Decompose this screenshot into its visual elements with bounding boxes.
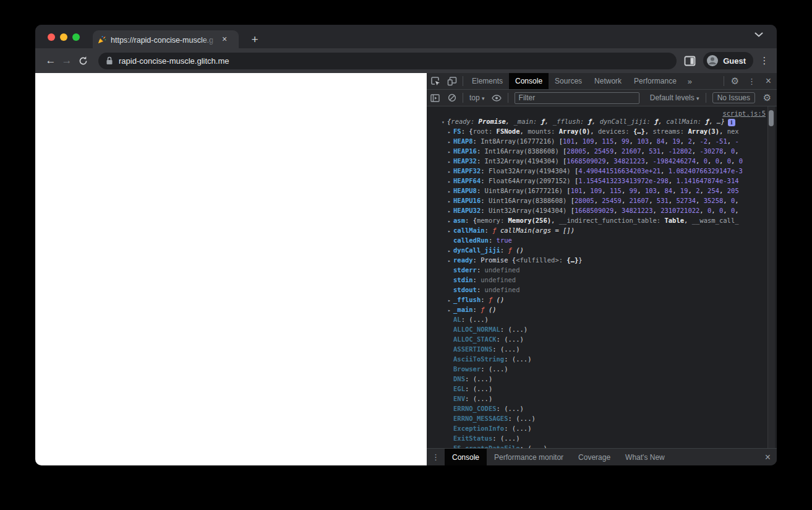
tab-console[interactable]: Console bbox=[509, 73, 549, 89]
chevron-down-icon[interactable] bbox=[754, 32, 763, 37]
console-row[interactable]: ▸callMain: ƒ callMain(args = []) bbox=[427, 225, 777, 235]
console-row[interactable]: ALLOC_STACK: (...) bbox=[427, 334, 777, 344]
devtools-close-icon[interactable]: × bbox=[760, 73, 777, 89]
disclosure-triangle-icon[interactable]: ▸ bbox=[448, 177, 453, 186]
token: : bbox=[461, 316, 469, 323]
console-row[interactable]: ▸dynCall_jiji: ƒ () bbox=[427, 245, 777, 255]
tab-performance[interactable]: Performance bbox=[628, 73, 683, 89]
console-row[interactable]: ▸_fflush: ƒ () bbox=[427, 295, 777, 305]
console-row[interactable]: ERRNO_MESSAGES: (...) bbox=[427, 413, 777, 423]
console-row[interactable]: ▸HEAPU8: Uint8Array(16777216) [101, 109,… bbox=[427, 186, 777, 196]
scrollbar-thumb[interactable] bbox=[769, 110, 774, 126]
token: Uint32Array(4194304) bbox=[489, 207, 571, 214]
console-row[interactable]: ▸HEAP32: Int32Array(4194304) [1668509029… bbox=[427, 156, 777, 166]
console-row[interactable]: ▸HEAPU16: Uint16Array(8388608) [28005, 2… bbox=[427, 196, 777, 205]
devtools-menu-icon[interactable]: ⋮ bbox=[743, 73, 760, 89]
drawer-tab-performance-monitor[interactable]: Performance monitor bbox=[487, 449, 571, 465]
console-sidebar-icon[interactable] bbox=[427, 90, 443, 106]
console-messages[interactable]: script.js:5 ▾{ready: Promise, _main: ƒ, … bbox=[427, 106, 777, 448]
disclosure-triangle-icon[interactable]: ▸ bbox=[448, 217, 453, 225]
reload-button[interactable] bbox=[75, 56, 91, 66]
disclosure-triangle-icon[interactable]: ▾ bbox=[442, 118, 447, 126]
drawer-tab-coverage[interactable]: Coverage bbox=[571, 449, 618, 465]
profile-button[interactable]: Guest bbox=[703, 52, 753, 69]
console-row[interactable]: ▸HEAP16: Int16Array(8388608) [28005, 254… bbox=[427, 146, 777, 156]
arrow-spacer bbox=[448, 385, 453, 394]
issues-counter-button[interactable]: No Issues bbox=[712, 92, 755, 103]
log-levels-selector[interactable]: Default levels ▾ bbox=[646, 93, 703, 102]
zoom-window-button[interactable] bbox=[72, 33, 80, 41]
context-selector[interactable]: top ▾ bbox=[466, 93, 489, 102]
disclosure-triangle-icon[interactable]: ▸ bbox=[448, 127, 453, 136]
console-row[interactable]: ASSERTIONS: (...) bbox=[427, 344, 777, 354]
drawer-close-icon[interactable]: × bbox=[765, 452, 771, 463]
console-row[interactable]: ALLOC_NORMAL: (...) bbox=[427, 324, 777, 334]
clear-console-icon[interactable] bbox=[443, 90, 460, 106]
drawer-tab-console[interactable]: Console bbox=[445, 449, 487, 465]
disclosure-triangle-icon[interactable]: ▸ bbox=[448, 207, 453, 215]
disclosure-triangle-icon[interactable]: ▸ bbox=[448, 296, 453, 305]
console-row[interactable]: EGL: (...) bbox=[427, 384, 777, 394]
console-row[interactable]: stderr: undefined bbox=[427, 265, 777, 275]
devtools-settings-gear-icon[interactable]: ⚙ bbox=[727, 73, 743, 89]
filter-input[interactable] bbox=[515, 92, 639, 104]
tab-sources[interactable]: Sources bbox=[549, 73, 588, 89]
info-icon[interactable]: i bbox=[728, 119, 735, 126]
disclosure-triangle-icon[interactable]: ▸ bbox=[448, 306, 453, 314]
console-row[interactable]: ExitStatus: (...) bbox=[427, 433, 777, 443]
drawer-tab-what-s-new[interactable]: What's New bbox=[618, 449, 672, 465]
console-row[interactable]: DNS: (...) bbox=[427, 374, 777, 384]
live-expression-eye-icon[interactable] bbox=[489, 90, 505, 106]
address-bar[interactable]: rapid-concise-muscle.glitch.me bbox=[98, 53, 677, 69]
console-row[interactable]: AL: (...) bbox=[427, 314, 777, 324]
inspect-element-icon[interactable] bbox=[427, 73, 443, 89]
console-row[interactable]: ERRNO_CODES: (...) bbox=[427, 404, 777, 413]
console-row[interactable]: ▸HEAPF32: Float32Array(4194304) [4.49044… bbox=[427, 166, 777, 176]
side-panel-icon[interactable] bbox=[684, 56, 696, 66]
browser-tab[interactable]: https://rapid-concise-muscle.g × bbox=[93, 30, 239, 48]
console-row[interactable]: FS_createDataFile: (...) bbox=[427, 443, 777, 448]
console-row[interactable]: ▸FS: {root: FSNode, mounts: Array(0), de… bbox=[427, 126, 777, 136]
minimize-window-button[interactable] bbox=[60, 33, 67, 41]
tab-close-icon[interactable]: × bbox=[220, 35, 229, 45]
console-scrollbar[interactable] bbox=[767, 106, 775, 448]
console-row[interactable]: ▸HEAP8: Int8Array(16777216) [101, 109, 1… bbox=[427, 136, 777, 146]
console-row[interactable]: stdout: undefined bbox=[427, 285, 777, 295]
console-row[interactable]: ▸asm: {memory: Memory(256), __indirect_f… bbox=[427, 215, 777, 225]
disclosure-triangle-icon[interactable]: ▸ bbox=[448, 167, 453, 176]
browser-menu-icon[interactable]: ⋮ bbox=[759, 55, 769, 66]
disclosure-triangle-icon[interactable]: ▸ bbox=[448, 157, 453, 166]
device-toolbar-icon[interactable] bbox=[443, 73, 460, 89]
token: , bbox=[545, 118, 553, 125]
console-row[interactable]: ▸HEAPF64: Float64Array(2097152) [1.15454… bbox=[427, 176, 777, 186]
console-row[interactable]: ▸_main: ƒ () bbox=[427, 305, 777, 314]
disclosure-triangle-icon[interactable]: ▸ bbox=[448, 187, 453, 196]
token: , bbox=[630, 137, 638, 145]
new-tab-button[interactable]: + bbox=[247, 33, 262, 45]
console-row[interactable]: calledRun: true bbox=[427, 235, 777, 245]
back-button[interactable]: ← bbox=[43, 54, 59, 67]
disclosure-triangle-icon[interactable]: ▸ bbox=[448, 197, 453, 205]
console-row[interactable]: stdin: undefined bbox=[427, 275, 777, 285]
token: : bbox=[465, 375, 473, 382]
tab-elements[interactable]: Elements bbox=[466, 73, 509, 89]
console-row[interactable]: ▸ready: Promise {<fulfilled>: {…}} bbox=[427, 255, 777, 265]
disclosure-triangle-icon[interactable]: ▸ bbox=[448, 227, 453, 235]
drawer-menu-icon[interactable]: ⋮ bbox=[427, 452, 445, 462]
page-viewport[interactable] bbox=[35, 73, 427, 465]
tab-network[interactable]: Network bbox=[588, 73, 628, 89]
disclosure-triangle-icon[interactable]: ▸ bbox=[448, 147, 453, 156]
console-row[interactable]: ▸HEAPU32: Uint32Array(4194304) [16685090… bbox=[427, 205, 777, 215]
console-settings-gear-icon[interactable]: ⚙ bbox=[759, 90, 776, 106]
disclosure-triangle-icon[interactable]: ▸ bbox=[448, 246, 453, 255]
console-row[interactable]: ENV: (...) bbox=[427, 394, 777, 404]
more-tabs-button[interactable]: » bbox=[683, 77, 697, 86]
token: : bbox=[497, 405, 505, 412]
disclosure-triangle-icon[interactable]: ▸ bbox=[448, 256, 453, 265]
console-row[interactable]: ExceptionInfo: (...) bbox=[427, 423, 777, 433]
source-link[interactable]: script.js:5 bbox=[722, 108, 766, 118]
disclosure-triangle-icon[interactable]: ▸ bbox=[448, 137, 453, 146]
close-window-button[interactable] bbox=[48, 33, 55, 41]
console-row[interactable]: Browser: (...) bbox=[427, 364, 777, 374]
console-row[interactable]: AsciiToString: (...) bbox=[427, 354, 777, 364]
